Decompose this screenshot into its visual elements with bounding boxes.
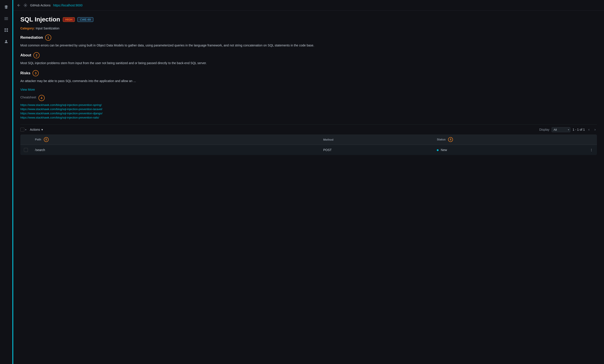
sidebar — [0, 0, 13, 364]
sidebar-user-icon[interactable] — [3, 38, 10, 45]
svg-point-4 — [5, 40, 7, 42]
row-status-cell: New — [433, 145, 586, 155]
row-checkbox[interactable] — [24, 148, 28, 152]
section-remediation-header: Remediation 1 — [20, 35, 597, 41]
table-controls-right: Display All New Resolved 1 - 1 of 1 ‹ › — [539, 127, 597, 132]
svg-rect-0 — [4, 28, 6, 30]
remediation-title: Remediation — [20, 35, 43, 40]
back-button[interactable] — [17, 3, 21, 7]
view-more-link[interactable]: View More — [20, 88, 597, 91]
content-area: SQL Injection HIGH CWE-89 Category: Inpu… — [13, 11, 604, 364]
section-remediation: Remediation 1 Most common errors can be … — [20, 35, 597, 48]
select-all-checkbox[interactable] — [20, 128, 24, 132]
cheatsheet-link-1[interactable]: https://www.stackhawk.com/blog/sql-injec… — [20, 107, 597, 111]
col-header-path: Path 5 — [31, 135, 320, 145]
actions-arrow-icon: ▾ — [41, 128, 43, 131]
col-header-checkbox — [20, 135, 31, 145]
badge-cwe: CWE-89 — [77, 17, 93, 22]
risks-body: An attacker may be able to pass SQL comm… — [20, 78, 597, 83]
svg-rect-2 — [4, 31, 6, 32]
checkbox-dropdown[interactable]: ▾ — [20, 128, 26, 132]
sidebar-menu-icon[interactable] — [3, 15, 10, 22]
main-container: GitHub Actions https://localhost:9000 SQ… — [13, 0, 604, 364]
step-badge-2: 2 — [33, 52, 39, 58]
table-controls-left: ▾ Actions ▾ — [20, 127, 45, 132]
col-header-menu — [586, 135, 597, 145]
remediation-body: Most common errors can be prevented by u… — [20, 43, 597, 48]
status-dot — [437, 149, 439, 151]
github-actions-icon — [24, 3, 27, 7]
topbar-url[interactable]: https://localhost:9000 — [53, 3, 83, 7]
next-page-button[interactable]: › — [593, 127, 597, 132]
cheatsheet-links: https://www.stackhawk.com/blog/sql-injec… — [20, 103, 597, 119]
page-title: SQL Injection — [20, 16, 60, 23]
cheatsheet-section: Cheatsheet 4 https://www.stackhawk.com/b… — [20, 95, 597, 119]
svg-rect-1 — [6, 28, 8, 30]
checkbox-dropdown-arrow[interactable]: ▾ — [25, 128, 26, 131]
page-title-row: SQL Injection HIGH CWE-89 — [20, 16, 597, 23]
section-risks: Risks 3 An attacker may be able to pass … — [20, 70, 597, 83]
col-header-status: Status 6 — [433, 135, 586, 145]
actions-label: Actions — [30, 128, 40, 131]
display-label: Display — [539, 128, 549, 131]
table-header-row: Path 5 Method Status — [20, 135, 597, 145]
actions-button[interactable]: Actions ▾ — [28, 127, 45, 132]
step-badge-1: 1 — [45, 35, 51, 41]
topbar-app-title: GitHub Actions — [30, 3, 51, 7]
row-method-cell: POST — [320, 145, 433, 155]
row-checkbox-cell — [20, 145, 31, 155]
step-badge-3: 3 — [33, 70, 39, 76]
step-badge-5: 5 — [44, 137, 49, 142]
row-path-cell: /search — [31, 145, 320, 155]
row-method: POST — [323, 148, 332, 152]
category-row: Category: Input Sanitization — [20, 26, 597, 30]
row-status: New — [441, 148, 447, 152]
col-header-method: Method — [320, 135, 433, 145]
findings-table: Path 5 Method Status — [20, 135, 597, 155]
category-value: Input Sanitization — [36, 26, 59, 30]
section-risks-header: Risks 3 — [20, 70, 597, 76]
step-badge-4: 4 — [38, 95, 45, 101]
about-title: About — [20, 53, 31, 58]
section-about-header: About 2 — [20, 52, 597, 58]
cheatsheet-link-2[interactable]: https://www.stackhawk.com/blog/sql-injec… — [20, 112, 597, 115]
row-menu-button[interactable]: ⋮ — [586, 145, 597, 155]
category-label: Category: — [20, 26, 35, 30]
step-badge-6: 6 — [448, 137, 453, 142]
table-header: Path 5 Method Status — [20, 135, 597, 145]
cheatsheet-link-3[interactable]: https://www.stackhawk.com/blog/sql-injec… — [20, 116, 597, 119]
risks-title: Risks — [20, 71, 30, 75]
sidebar-logo[interactable] — [3, 3, 10, 11]
badge-high: HIGH — [63, 17, 75, 22]
svg-rect-3 — [6, 31, 8, 32]
display-select[interactable]: All New Resolved — [552, 127, 570, 132]
cheatsheet-link-0[interactable]: https://www.stackhawk.com/blog/sql-injec… — [20, 103, 597, 107]
sidebar-grid-icon[interactable] — [3, 26, 10, 34]
topbar: GitHub Actions https://localhost:9000 — [13, 0, 604, 11]
display-select-wrapper[interactable]: All New Resolved — [552, 127, 570, 132]
table-controls: ▾ Actions ▾ Display All New Resolved 1 -… — [20, 125, 597, 135]
section-about: About 2 Most SQL injection problems stem… — [20, 52, 597, 65]
table-row: /search POST New ⋮ — [20, 145, 597, 155]
about-body: Most SQL injection problems stem from in… — [20, 61, 597, 65]
pagination-info: 1 - 1 of 1 — [573, 128, 585, 131]
cheatsheet-label: Cheatsheet — [20, 96, 36, 99]
table-body: /search POST New ⋮ — [20, 145, 597, 155]
row-path: /search — [35, 148, 45, 152]
svg-point-5 — [25, 5, 26, 6]
cheatsheet-header: Cheatsheet 4 — [20, 95, 597, 101]
prev-page-button[interactable]: ‹ — [587, 127, 591, 132]
